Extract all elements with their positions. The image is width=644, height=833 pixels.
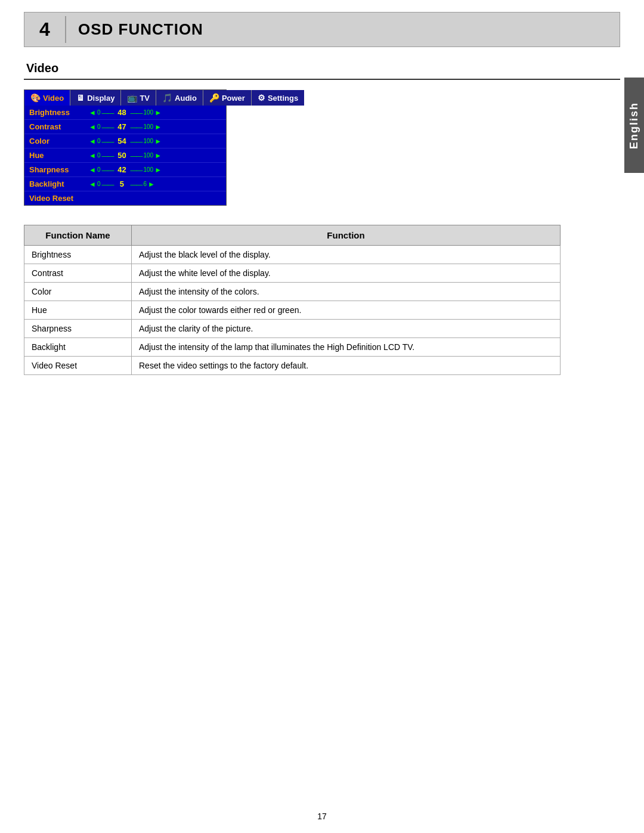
section-divider (24, 79, 620, 80)
osd-tab-power[interactable]: 🔑 Power (203, 90, 252, 106)
osd-tab-audio[interactable]: 🎵 Audio (156, 90, 203, 106)
table-row: SharpnessAdjust the clarity of the pictu… (24, 320, 561, 338)
sharpness-value: 42 (114, 165, 129, 174)
sharpness-label: Sharpness (29, 165, 89, 174)
brightness-control[interactable]: ◄ 0 —— 48 —— 100 ► (89, 108, 221, 117)
sharpness-line-left: —— (101, 166, 113, 174)
osd-body: Brightness ◄ 0 —— 48 —— 100 ► Contrast ◄… (24, 106, 226, 205)
hue-line-right: —— (130, 152, 142, 159)
page-header: 4 OSD FUNCTION (24, 12, 620, 47)
osd-row-color: Color ◄ 0 —— 54 —— 100 ► (24, 134, 226, 148)
function-name-cell: Brightness (24, 246, 132, 264)
power-tab-label: Power (222, 94, 245, 103)
backlight-right-arrow[interactable]: ► (148, 180, 155, 188)
hue-min: 0 (97, 152, 101, 159)
backlight-value: 5 (114, 179, 129, 188)
table-row: Video ResetReset the video settings to t… (24, 357, 561, 375)
color-label: Color (29, 137, 89, 145)
video-tab-icon: 🎨 (30, 93, 41, 103)
sharpness-control[interactable]: ◄ 0 —— 42 —— 100 ► (89, 165, 221, 174)
page-number: 17 (317, 812, 327, 821)
contrast-label: Contrast (29, 122, 89, 131)
video-tab-label: Video (43, 94, 64, 103)
col-function-header: Function (132, 225, 561, 246)
function-name-cell: Hue (24, 301, 132, 320)
brightness-min: 0 (97, 109, 101, 116)
col-function-name-header: Function Name (24, 225, 132, 246)
brightness-value: 48 (114, 108, 129, 117)
contrast-line-right: —— (130, 123, 142, 131)
hue-control[interactable]: ◄ 0 —— 50 —— 100 ► (89, 151, 221, 160)
audio-tab-label: Audio (175, 94, 197, 103)
osd-tab-display[interactable]: 🖥 Display (70, 90, 121, 106)
sharpness-left-arrow[interactable]: ◄ (89, 166, 96, 174)
hue-line-left: —— (101, 152, 113, 159)
color-value: 54 (114, 137, 129, 145)
color-line-left: —— (101, 138, 113, 145)
backlight-line-right: —— (130, 181, 142, 188)
contrast-left-arrow[interactable]: ◄ (89, 123, 96, 131)
function-desc-cell: Adjust the color towards either red or g… (132, 301, 561, 320)
contrast-value: 47 (114, 122, 129, 131)
contrast-control[interactable]: ◄ 0 —— 47 —— 100 ► (89, 122, 221, 131)
backlight-min: 0 (97, 181, 101, 187)
function-name-cell: Color (24, 283, 132, 301)
backlight-max: 6 (143, 181, 147, 187)
page-footer: 17 (0, 812, 644, 821)
section-title: Video (24, 61, 620, 75)
brightness-right-arrow[interactable]: ► (154, 109, 162, 117)
osd-tab-tv[interactable]: 📺 TV (121, 90, 156, 106)
function-desc-cell: Reset the video settings to the factory … (132, 357, 561, 375)
osd-tab-settings[interactable]: ⚙ Settings (252, 90, 304, 106)
color-control[interactable]: ◄ 0 —— 54 —— 100 ► (89, 137, 221, 145)
power-tab-icon: 🔑 (209, 93, 219, 103)
brightness-line-left: —— (101, 109, 113, 116)
hue-left-arrow[interactable]: ◄ (89, 151, 96, 160)
tv-tab-label: TV (140, 94, 150, 103)
function-desc-cell: Adjust the intensity of the lamp that il… (132, 338, 561, 357)
sharpness-min: 0 (97, 166, 101, 173)
contrast-min: 0 (97, 123, 101, 130)
color-right-arrow[interactable]: ► (154, 137, 162, 145)
display-tab-label: Display (87, 94, 114, 103)
audio-tab-icon: 🎵 (162, 93, 172, 103)
display-tab-icon: 🖥 (76, 93, 85, 103)
osd-tab-bar: 🎨 Video 🖥 Display 📺 TV 🎵 Audio 🔑 Power ⚙… (24, 90, 226, 106)
color-left-arrow[interactable]: ◄ (89, 137, 96, 145)
contrast-max: 100 (143, 123, 153, 130)
osd-row-brightness: Brightness ◄ 0 —— 48 —— 100 ► (24, 106, 226, 120)
sharpness-max: 100 (143, 166, 153, 173)
brightness-label: Brightness (29, 108, 89, 117)
color-line-right: —— (130, 138, 142, 145)
backlight-control[interactable]: ◄ 0 —— 5 —— 6 ► (89, 179, 221, 188)
function-name-cell: Contrast (24, 264, 132, 283)
osd-row-sharpness: Sharpness ◄ 0 —— 42 —— 100 ► (24, 163, 226, 177)
backlight-left-arrow[interactable]: ◄ (89, 180, 96, 188)
brightness-left-arrow[interactable]: ◄ (89, 109, 96, 117)
osd-row-backlight: Backlight ◄ 0 —— 5 —— 6 ► (24, 177, 226, 191)
brightness-line-right: —— (130, 109, 142, 116)
function-name-cell: Backlight (24, 338, 132, 357)
chapter-title: OSD FUNCTION (66, 20, 203, 39)
tv-tab-icon: 📺 (127, 93, 137, 103)
osd-row-contrast: Contrast ◄ 0 —— 47 —— 100 ► (24, 120, 226, 134)
hue-value: 50 (114, 151, 129, 160)
table-row: BrightnessAdjust the black level of the … (24, 246, 561, 264)
color-max: 100 (143, 138, 153, 144)
hue-right-arrow[interactable]: ► (154, 151, 162, 160)
chapter-number: 4 (24, 16, 66, 43)
sharpness-right-arrow[interactable]: ► (154, 166, 162, 174)
table-row: BacklightAdjust the intensity of the lam… (24, 338, 561, 357)
sharpness-line-right: —— (130, 166, 142, 174)
contrast-line-left: —— (101, 123, 113, 131)
function-table: Function Name Function BrightnessAdjust … (24, 225, 561, 375)
osd-tab-video[interactable]: 🎨 Video (24, 90, 70, 106)
color-min: 0 (97, 138, 101, 144)
contrast-right-arrow[interactable]: ► (154, 123, 162, 131)
settings-tab-icon: ⚙ (258, 93, 265, 103)
backlight-label: Backlight (29, 179, 89, 188)
function-desc-cell: Adjust the intensity of the colors. (132, 283, 561, 301)
osd-row-video-reset[interactable]: Video Reset (24, 191, 226, 205)
function-name-cell: Video Reset (24, 357, 132, 375)
function-name-cell: Sharpness (24, 320, 132, 338)
